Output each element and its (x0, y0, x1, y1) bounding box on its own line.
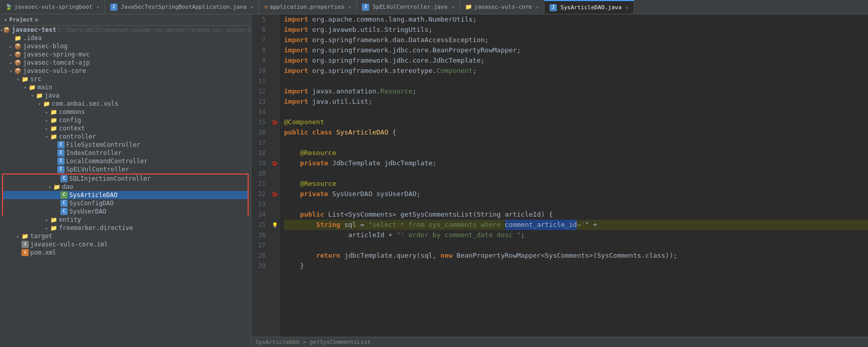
code-text: org.springframework.jdbc.core.BeanProper… (312, 45, 521, 55)
panel-arrow: ▾ (4, 17, 7, 23)
tree-label: src (30, 75, 42, 83)
tree-item-spring-mvc[interactable]: 📦 javasec-spring-mvc (0, 50, 251, 59)
code-line-17 (284, 138, 868, 148)
folder-icon: 📁 (50, 109, 57, 115)
keyword: String (316, 220, 345, 230)
tree-item-sysarticledao[interactable]: C SysArticleDAO (3, 191, 248, 199)
tab-app[interactable]: J JavaSecTestSpringBootApplication.java … (105, 0, 259, 14)
tree-label: javasec-blog (23, 43, 68, 50)
keyword: return (316, 250, 345, 261)
tree-item-javasec-test[interactable]: 📦 javasec-test C:\Users\86135\Desktop\ja… (0, 26, 251, 34)
tree-label: SysArticleDAO (69, 191, 117, 199)
tree-label: java (45, 92, 59, 99)
code-text: org.springframework.jdbc.core.JdbcTempla… (312, 55, 485, 66)
tree-item-spelvulcontroller[interactable]: C SpELVulController (0, 165, 251, 174)
ln-7: 7 (255, 35, 266, 45)
tree-label: .idea (23, 34, 42, 42)
tree-item-localcommandcontroller[interactable]: C LocalCommandController (0, 157, 251, 165)
code-text: SysUserDAO sysUserDAO; (332, 189, 420, 199)
tree-item-context[interactable]: 📁 context (0, 124, 251, 132)
ln-8: 8 (255, 45, 266, 55)
tab-close-icon[interactable]: ✕ (96, 5, 99, 10)
code-line-14 (284, 107, 868, 117)
tree-arrow (43, 217, 50, 223)
component-text: Component (436, 66, 472, 76)
tree-item-sqlinjectioncontroller[interactable]: C SQLInjectionController (3, 175, 248, 183)
keyword: import (284, 66, 312, 76)
code-line-7: import org.springframework.dao.DataAcces… (284, 35, 868, 45)
gutter-22: 🫘 (270, 189, 280, 199)
tree-label: com.anbai.sec.vuls (52, 100, 118, 107)
settings-icon: ⚙ (35, 17, 38, 23)
tab-spring[interactable]: 🍃 javasec-vuls-springboot ✕ (0, 0, 105, 14)
string-text: "' order by comment_date desc " (396, 230, 521, 240)
tree-item-commons[interactable]: 📁 commons (0, 108, 251, 116)
ln-20: 20 (255, 168, 266, 179)
code-line-21: @Resource (284, 179, 868, 189)
keyword: import (284, 14, 312, 25)
tree-label: javasec-spring-mvc (23, 51, 90, 58)
tab-close-icon[interactable]: ✕ (251, 5, 253, 10)
tree-item-iml[interactable]: I javasec-vuls-core.iml (0, 240, 251, 248)
tree-item-src[interactable]: 📁 src (0, 75, 251, 83)
folder-icon: 📁 (50, 225, 57, 232)
code-line-16: public class SysArticleDAO { (284, 127, 868, 138)
gutter-12 (270, 86, 280, 97)
status-bar: SysArticleDAO > getSysCommentsList (251, 337, 868, 347)
code-line-12: import javax.annotation.Resource; (284, 86, 868, 97)
tab-label: SysArticleDAO.java (560, 4, 621, 11)
tab-spel[interactable]: J SpELVulController.java ✕ (357, 0, 460, 14)
ln-6: 6 (255, 25, 266, 35)
folder-icon: 📁 (22, 233, 29, 240)
tree-item-vuls-core[interactable]: 📦 javasec-vuls-core (0, 67, 251, 75)
tab-close-icon[interactable]: ✕ (349, 5, 351, 10)
tree-item-entity[interactable]: 📁 entity (0, 216, 251, 224)
tab-close-icon[interactable]: ✕ (536, 5, 539, 10)
package-icon: 📁 (43, 101, 50, 107)
tree-item-idea[interactable]: 📁 .idea (0, 34, 251, 42)
tree-item-sysconfigdao[interactable]: C SysConfigDAO (3, 199, 248, 207)
tree-arrow (7, 44, 14, 49)
tree-item-filesystemcontroller[interactable]: C FileSystemController (0, 141, 251, 149)
tab-close-icon[interactable]: ✕ (452, 5, 454, 10)
tree-item-sysuserdao[interactable]: C SysUserDAO (3, 207, 248, 216)
tree-item-config[interactable]: 📁 config (0, 116, 251, 124)
code-text: SysComments> getSysCommentsList(String a… (348, 209, 553, 220)
tree-item-target[interactable]: 📁 target (0, 232, 251, 240)
tab-core[interactable]: 📁 javasec-vuls-core ✕ (460, 0, 544, 14)
gutter-5 (270, 14, 280, 25)
tab-close-icon[interactable]: ✕ (625, 5, 628, 10)
string-text: =' (577, 220, 585, 230)
gutter-area: 🫘 🫘 🫘 💡 (270, 14, 280, 337)
tree-item-freemarker[interactable]: 📁 freemarker.directive (0, 224, 251, 232)
keyword: public (300, 209, 328, 220)
ln-14: 14 (255, 107, 266, 117)
tree-item-dao[interactable]: 📁 dao (3, 183, 248, 191)
code-line-23 (284, 199, 868, 209)
java-file-icon: C (60, 200, 68, 207)
tree-label: javasec-vuls-core.iml (30, 241, 108, 248)
gutter-27 (270, 240, 280, 250)
tree-item-indexcontroller[interactable]: C IndexController (0, 149, 251, 157)
tree-item-java[interactable]: 📁 java (0, 91, 251, 100)
module-icon: 📦 (14, 51, 22, 58)
gutter-13 (270, 97, 280, 107)
tree-label: freemarker.directive (59, 224, 133, 232)
line-numbers: 5 6 7 8 9 10 11 12 13 14 15 16 17 18 19 … (251, 14, 270, 337)
tree-item-package[interactable]: 📁 com.anbai.sec.vuls (0, 100, 251, 108)
ln-11: 11 (255, 76, 266, 86)
code-text: JdbcTemplate jdbcTemplate; (332, 158, 437, 168)
tab-sys[interactable]: J SysArticleDAO.java ✕ (544, 0, 634, 14)
tree-item-controller[interactable]: 📁 controller (0, 132, 251, 141)
tree-item-tomcat-ajp[interactable]: 📦 javasec-tomcat-ajp (0, 59, 251, 67)
gutter-9 (270, 55, 280, 66)
tab-props[interactable]: ⚙ application.properties ✕ (259, 0, 357, 14)
tree-item-pom[interactable]: X pom.xml (0, 248, 251, 257)
keyword: private (300, 158, 332, 168)
tab-label: SpELVulController.java (373, 4, 448, 10)
tree-item-blog[interactable]: 📦 javasec-blog (0, 42, 251, 50)
ln-9: 9 (255, 55, 266, 66)
code-line-26: articleId + "' order by comment_date des… (284, 230, 868, 240)
gutter-25[interactable]: 💡 (270, 220, 280, 230)
tree-item-main[interactable]: 📁 main (0, 83, 251, 91)
